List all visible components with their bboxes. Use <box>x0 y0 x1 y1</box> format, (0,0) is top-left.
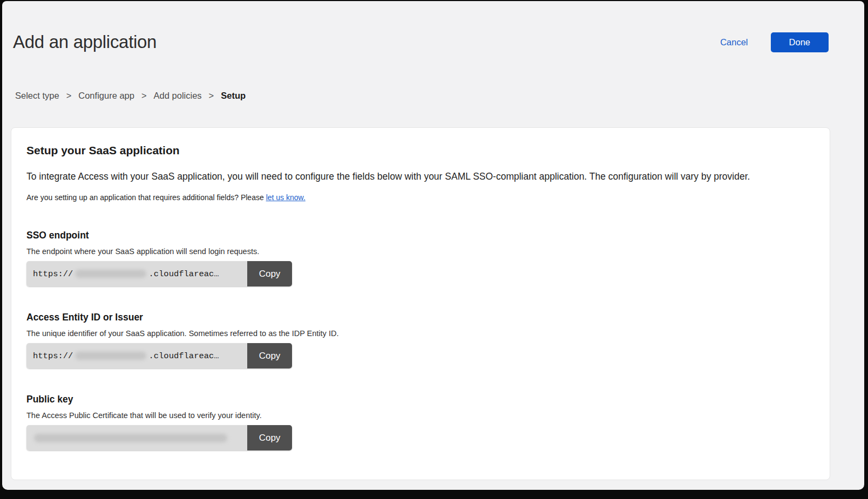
sso-endpoint-value-row: https:// .cloudflareac… Copy <box>26 261 292 286</box>
value-prefix: https:// <box>33 269 73 279</box>
card-intro: To integrate Access with your SaaS appli… <box>26 170 815 182</box>
field-label: Access Entity ID or Issuer <box>26 312 815 323</box>
field-label: SSO endpoint <box>26 230 815 241</box>
redacted-value <box>75 270 146 278</box>
copy-button[interactable]: Copy <box>247 425 292 450</box>
header-actions: Cancel Done <box>720 32 829 52</box>
public-key-value <box>26 425 247 450</box>
page: Add an application Cancel Done Select ty… <box>2 1 864 490</box>
breadcrumb-separator: > <box>209 91 214 101</box>
card-title: Setup your SaaS application <box>26 144 815 157</box>
page-header: Add an application Cancel Done <box>2 1 864 53</box>
public-key-value-row: Copy <box>26 425 292 450</box>
redacted-value <box>75 352 146 360</box>
copy-button[interactable]: Copy <box>247 261 292 286</box>
field-public-key: Public key The Access Public Certificate… <box>26 394 815 450</box>
copy-button[interactable]: Copy <box>247 343 292 368</box>
breadcrumb-step-setup: Setup <box>221 91 246 101</box>
breadcrumb-step-configure-app[interactable]: Configure app <box>78 91 134 101</box>
value-suffix: .cloudflareac… <box>148 351 219 361</box>
field-sso-endpoint: SSO endpoint The endpoint where your Saa… <box>26 230 815 286</box>
note-text: Are you setting up an application that r… <box>26 193 266 202</box>
breadcrumb-separator: > <box>66 91 72 101</box>
let-us-know-link[interactable]: let us know. <box>266 193 306 202</box>
breadcrumb: Select type > Configure app > Add polici… <box>15 91 864 101</box>
value-suffix: .cloudflareac… <box>148 269 219 279</box>
field-description: The unique identifier of your SaaS appli… <box>26 329 815 338</box>
setup-card: Setup your SaaS application To integrate… <box>11 127 830 480</box>
value-prefix: https:// <box>33 351 73 361</box>
breadcrumb-step-add-policies[interactable]: Add policies <box>154 91 202 101</box>
redacted-value <box>34 434 227 442</box>
breadcrumb-step-select-type[interactable]: Select type <box>15 91 59 101</box>
page-title: Add an application <box>13 31 157 53</box>
field-description: The endpoint where your SaaS application… <box>26 247 815 256</box>
access-entity-id-value: https:// .cloudflareac… <box>26 343 247 368</box>
access-entity-id-value-row: https:// .cloudflareac… Copy <box>26 343 292 368</box>
done-button[interactable]: Done <box>771 32 829 52</box>
field-label: Public key <box>26 394 815 405</box>
sso-endpoint-value: https:// .cloudflareac… <box>26 261 247 286</box>
additional-fields-note: Are you setting up an application that r… <box>26 193 815 202</box>
breadcrumb-separator: > <box>141 91 147 101</box>
field-access-entity-id: Access Entity ID or Issuer The unique id… <box>26 312 815 368</box>
cancel-button[interactable]: Cancel <box>720 37 748 47</box>
field-description: The Access Public Certificate that will … <box>26 411 815 420</box>
